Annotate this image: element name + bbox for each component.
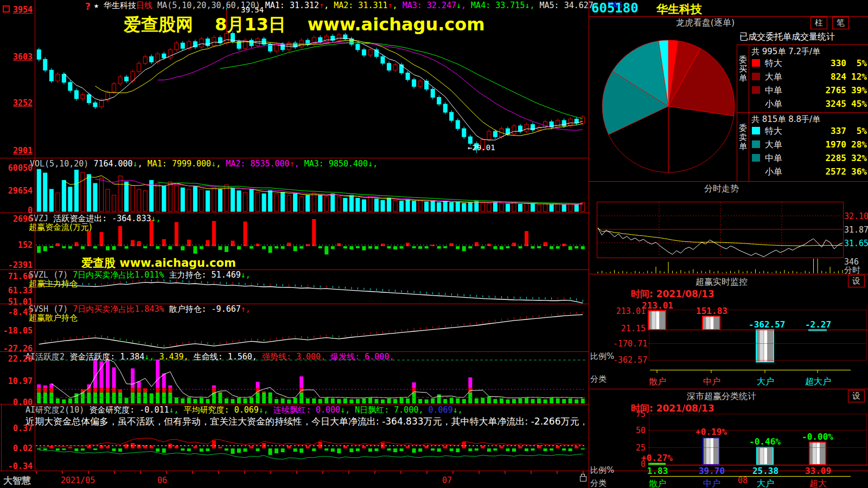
vol-name: VOL(5,10,20) [30, 159, 93, 169]
buy-row-value: 3245 [797, 99, 846, 109]
svsh-hold: 散户持仓: -9.667 [169, 304, 241, 314]
shenshi-bar-pct: -0.46% [748, 436, 782, 447]
axis-label: 10.97 [1, 376, 33, 386]
axis-label: -0.34 [1, 461, 33, 471]
monitor-bar-value: 213.01 [641, 300, 674, 311]
ai-research-arrow: ↓, [453, 405, 463, 415]
ai-active-item: 生命线: 1.560, [194, 352, 257, 362]
svzj-subtitle: 超赢资金流(万元) [29, 222, 92, 233]
axis-label: -27.26 [1, 344, 33, 354]
monitor-bar-value: 151.83 [695, 306, 729, 316]
sell-row-label: 特大 [765, 126, 782, 137]
ai-research-description: 近期大资金总体偏多，虽不活跃，但有异动，宜关注大资金的持续性，今日大单净流出: … [25, 415, 584, 428]
header-stock-name: 华生科技 [104, 1, 136, 10]
axis-label: 29654 [1, 186, 33, 196]
low-annotation: ←29.01 [468, 143, 495, 152]
ai-active-header: AI活跃度2 资金活跃度: 1.384↓, 3.439, 生命线: 1.560,… [25, 352, 394, 362]
buy-row-pct: 45% [846, 99, 867, 109]
sell-row-label: 中单 [765, 153, 782, 164]
monitor-category: 中户 [695, 376, 729, 388]
fenshi-axis-label: 分时 [844, 265, 860, 275]
shenshi-bar-pct: +0.27% [640, 453, 674, 463]
ai-research-item: 连续飘红: 0.000 [273, 405, 340, 415]
ai-active-arrow: ↓, [144, 352, 154, 362]
sell-row-swatch [752, 127, 760, 134]
watermark-date: 8月13日 [215, 14, 286, 35]
monitor-title: 超赢实时监控 [640, 277, 803, 288]
ma-sep: , [324, 1, 334, 10]
app-window: ? ★ 华生科技日线 MA(5,10,20,30,60,120) MA1: 31… [0, 0, 868, 488]
monitor-bar-value: -362.57 [749, 319, 782, 330]
ma-sep: , [461, 1, 471, 10]
axis-label: 61.33 [1, 286, 33, 296]
tab-stroke[interactable]: 笔 [832, 17, 849, 29]
ai-research-arrow: ↓, [340, 405, 350, 415]
monitor-bar-value: -2.27 [801, 319, 835, 330]
ai-research-arrow: ↓, [169, 405, 179, 415]
monitor-axis-label: -362.57 [613, 355, 646, 365]
svzl-arrow: ↓, [241, 270, 251, 280]
ma-item: MA2: 31.311 [334, 1, 387, 10]
left-charts-canvas[interactable] [0, 0, 589, 471]
header-text: , [373, 159, 378, 169]
question-icon[interactable]: ? [85, 1, 91, 12]
shenshi-axis-label: 25 [624, 443, 646, 453]
axis-label: -8.47 [1, 307, 33, 317]
svzj-watermark: 爱查股 www.aichagu.com [81, 255, 236, 271]
ma-item: MA1: 31.312 [265, 1, 319, 10]
stock-code: 605180 [591, 1, 639, 16]
sell-row-value: 1970 [797, 139, 846, 150]
fenshi-price-label: 31.65 [844, 239, 868, 248]
sell-row-value: 2285 [797, 153, 846, 163]
tab-column[interactable]: 柱 [810, 17, 827, 29]
axis-label: 0.00 [1, 397, 33, 407]
axis-label: 60050 [1, 163, 33, 173]
header-text: , [138, 159, 148, 169]
star-icon: ★ [94, 1, 104, 10]
ai-research-item: 0.069 [429, 405, 453, 415]
buy-row-label: 小单 [765, 99, 782, 110]
svsh-subtitle: 超赢散户持仓 [29, 313, 78, 323]
sell-row-pct: 28% [846, 139, 867, 150]
ma-arrow: ↑ [319, 1, 324, 10]
sell-row-value: 2572 [797, 166, 846, 177]
vol-ma-item: MA3: 9850.400 [304, 159, 368, 169]
monitor-category: 超大户 [801, 376, 835, 388]
ai-research-header: AI研究度2(10) 资金研究度: -0.011↓, 平均研究度: 0.069↓… [25, 405, 463, 415]
watermark-url: www.aichagu.com [308, 14, 485, 35]
shenshi-ratio-label: 比例% [590, 465, 614, 476]
axis-label: 152 [1, 240, 33, 250]
monitor-class-label: 分类 [590, 374, 607, 384]
ma-sep: , [393, 1, 403, 10]
ma-item: MA3: 32.247 [403, 1, 456, 10]
shenshi-settings-button[interactable]: 设 [848, 390, 865, 402]
shenshi-axis-label: 50 [624, 426, 646, 435]
watermark: 爱查股网8月13日www.aichagu.com [124, 13, 485, 37]
ai-research-item: 资金研究度: -0.011 [89, 405, 169, 415]
shenshi-category: 超大 [801, 478, 835, 488]
axis-label: 3252 [1, 98, 33, 108]
ai-research-item: N日飘红: 7.000, [355, 405, 423, 415]
header-text [424, 405, 429, 415]
vol-ma-arrow: ↑ [290, 159, 295, 169]
ai-active-item: 资金活跃度: 1.384 [69, 352, 144, 362]
svzj-arrow: ↓, [151, 214, 161, 223]
sell-row-pct: 36% [846, 166, 867, 177]
buy-summary: 共 995单 7.2手/单 [751, 47, 820, 57]
shenshi-bar-value: 33.09 [801, 466, 835, 476]
svsh-arrow: ↑, [241, 304, 251, 314]
buy-row-swatch [752, 86, 760, 94]
sell-side-label: 委卖单 [738, 124, 748, 151]
ai-active-item: 3.439, [159, 352, 188, 362]
header-period: 日线 [136, 1, 152, 10]
header-text [189, 352, 194, 362]
sell-row-label: 大单 [765, 139, 782, 151]
monitor-settings-button[interactable]: 设 [848, 275, 865, 287]
fenshi-price-label: 32.10 [844, 211, 868, 221]
header-text [179, 405, 184, 415]
ma-arrow: ↓ [456, 1, 461, 10]
shenshi-category: 散户 [641, 478, 674, 488]
ma-sep: , [529, 1, 539, 10]
fenshi-title: 分时走势 [640, 183, 803, 195]
ma-arrow: ↑ [388, 1, 393, 10]
